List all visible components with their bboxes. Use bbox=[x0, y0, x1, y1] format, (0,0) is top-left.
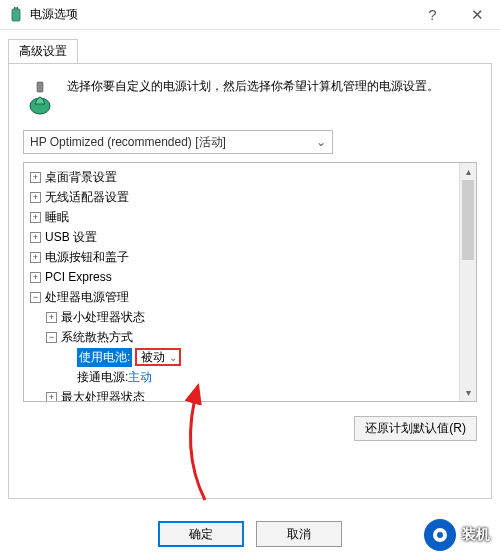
watermark: 装机 bbox=[424, 519, 490, 551]
expand-icon[interactable]: + bbox=[46, 312, 57, 323]
tab-container: 高级设置 选择你要自定义的电源计划，然后选择你希望计算机管理的电源设置。 HP … bbox=[0, 30, 500, 499]
window-title: 电源选项 bbox=[30, 6, 410, 23]
value-dropdown[interactable]: 被动⌄ bbox=[135, 348, 181, 366]
tree-row[interactable]: +USB 设置 bbox=[26, 227, 459, 247]
scroll-thumb[interactable] bbox=[462, 180, 474, 260]
collapse-icon[interactable]: − bbox=[46, 332, 57, 343]
battery-bulb-icon bbox=[23, 76, 57, 116]
tree-row[interactable]: +无线适配器设置 bbox=[26, 187, 459, 207]
tree-row[interactable]: −系统散热方式 bbox=[42, 327, 459, 347]
expand-icon[interactable]: + bbox=[30, 232, 41, 243]
tree-item-label: USB 设置 bbox=[45, 229, 97, 246]
watermark-text: 装机 bbox=[462, 526, 490, 544]
collapse-icon[interactable]: − bbox=[30, 292, 41, 303]
ok-button[interactable]: 确定 bbox=[158, 521, 244, 547]
expand-icon[interactable]: + bbox=[30, 272, 41, 283]
tree-item-label: 接通电源: bbox=[77, 369, 128, 386]
tree-item-label: 使用电池: bbox=[77, 348, 132, 367]
restore-defaults-button[interactable]: 还原计划默认值(R) bbox=[354, 416, 477, 441]
tree-item-label: 系统散热方式 bbox=[61, 329, 133, 346]
tree-row[interactable]: 接通电源: 主动 bbox=[58, 367, 459, 387]
tree-row[interactable]: +电源按钮和盖子 bbox=[26, 247, 459, 267]
tree-item-label: 无线适配器设置 bbox=[45, 189, 129, 206]
scrollbar-vertical[interactable]: ▴ ▾ bbox=[459, 163, 476, 401]
tree-item-label: 最小处理器状态 bbox=[61, 309, 145, 326]
tree-row[interactable]: +PCI Express bbox=[26, 267, 459, 287]
scroll-down-icon[interactable]: ▾ bbox=[460, 384, 476, 401]
tree-row[interactable]: +睡眠 bbox=[26, 207, 459, 227]
power-plan-dropdown[interactable]: HP Optimized (recommended) [活动] ⌄ bbox=[23, 130, 333, 154]
tree-row[interactable]: +最小处理器状态 bbox=[42, 307, 459, 327]
value-text: 主动 bbox=[128, 369, 152, 386]
tree-item-label: PCI Express bbox=[45, 270, 112, 284]
scroll-up-icon[interactable]: ▴ bbox=[460, 163, 476, 180]
tree-item-label: 睡眠 bbox=[45, 209, 69, 226]
tab-advanced[interactable]: 高级设置 bbox=[8, 39, 78, 64]
tree-item-label: 最大处理器状态 bbox=[61, 389, 145, 402]
cancel-button[interactable]: 取消 bbox=[256, 521, 342, 547]
chevron-down-icon: ⌄ bbox=[169, 352, 177, 363]
tree-item-label: 桌面背景设置 bbox=[45, 169, 117, 186]
tree-item-label: 处理器电源管理 bbox=[45, 289, 129, 306]
svg-rect-2 bbox=[17, 7, 19, 9]
expand-icon[interactable]: + bbox=[30, 212, 41, 223]
close-button[interactable]: ✕ bbox=[455, 0, 500, 30]
title-bar: 电源选项 ? ✕ bbox=[0, 0, 500, 30]
expand-icon[interactable]: + bbox=[30, 172, 41, 183]
expand-icon[interactable]: + bbox=[46, 392, 57, 402]
tree-row[interactable]: −处理器电源管理 bbox=[26, 287, 459, 307]
power-options-icon bbox=[8, 7, 24, 23]
tree-item-label: 电源按钮和盖子 bbox=[45, 249, 129, 266]
svg-rect-0 bbox=[12, 9, 20, 21]
description-text: 选择你要自定义的电源计划，然后选择你希望计算机管理的电源设置。 bbox=[67, 76, 439, 116]
power-plan-label: HP Optimized (recommended) [活动] bbox=[30, 134, 226, 151]
tree-row[interactable]: 使用电池:被动⌄ bbox=[58, 347, 459, 367]
tab-panel: 选择你要自定义的电源计划，然后选择你希望计算机管理的电源设置。 HP Optim… bbox=[8, 63, 492, 499]
tree-row[interactable]: +最大处理器状态 bbox=[42, 387, 459, 401]
settings-tree: +桌面背景设置+无线适配器设置+睡眠+USB 设置+电源按钮和盖子+PCI Ex… bbox=[23, 162, 477, 402]
svg-rect-1 bbox=[14, 7, 16, 9]
chevron-down-icon: ⌄ bbox=[316, 135, 326, 149]
svg-rect-4 bbox=[37, 82, 43, 92]
expand-icon[interactable]: + bbox=[30, 192, 41, 203]
watermark-logo-icon bbox=[424, 519, 456, 551]
expand-icon[interactable]: + bbox=[30, 252, 41, 263]
tree-row[interactable]: +桌面背景设置 bbox=[26, 167, 459, 187]
value-text: 被动 bbox=[141, 349, 165, 366]
help-button[interactable]: ? bbox=[410, 0, 455, 30]
